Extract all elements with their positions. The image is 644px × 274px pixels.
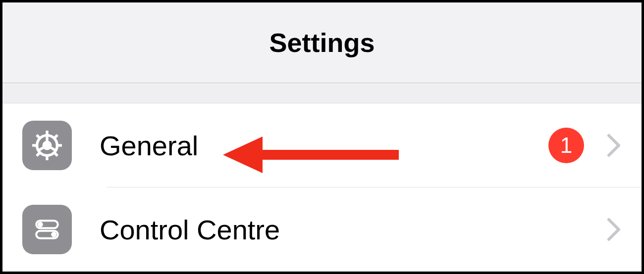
gear-icon [22, 121, 72, 170]
svg-point-16 [51, 232, 56, 237]
settings-row-control-centre[interactable]: Control Centre [2, 187, 642, 272]
settings-row-general[interactable]: General 1 [2, 103, 642, 187]
header: Settings [2, 2, 642, 83]
page-title: Settings [269, 27, 375, 58]
chevron-right-icon [607, 218, 622, 241]
toggles-icon [22, 205, 72, 254]
svg-line-9 [37, 152, 40, 156]
settings-screen: Settings [0, 0, 644, 274]
settings-list: General 1 Control Centre [2, 103, 642, 272]
svg-line-7 [54, 152, 57, 156]
svg-point-14 [38, 222, 43, 227]
row-label: Control Centre [100, 214, 607, 246]
svg-line-6 [37, 135, 40, 138]
chevron-right-icon [607, 134, 622, 157]
section-spacer [2, 83, 642, 103]
notification-badge: 1 [548, 128, 584, 163]
row-label: General [100, 130, 548, 162]
svg-line-8 [54, 135, 57, 138]
